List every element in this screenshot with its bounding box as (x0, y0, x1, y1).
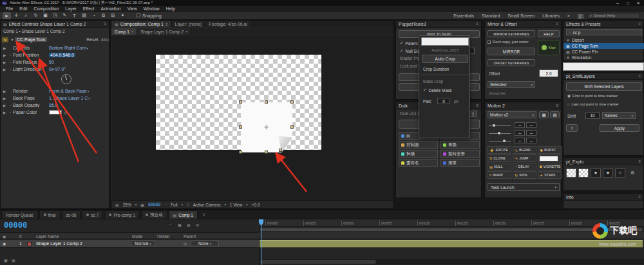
motion-blur-icon[interactable]: ⚙ (196, 223, 199, 227)
layer-row[interactable]: ◉ 1 Shape Layer 1 Comp 2 Normal▾ ◎ None▾ (0, 240, 259, 248)
menu-item-help[interactable]: Help (163, 6, 178, 11)
pickwhip-icon[interactable]: ◎ (184, 241, 187, 246)
explo-star-outline-tile[interactable]: ☆ (615, 169, 625, 178)
dont-copy-checkbox[interactable]: Don't copy, just mirror (488, 40, 529, 44)
fold-corner-handle[interactable] (279, 149, 282, 152)
effect-about-button[interactable]: Abo (101, 37, 109, 42)
panel-menu-icon[interactable]: ≡ (476, 22, 478, 26)
motion2-tab[interactable]: Motion 2 ≡ (485, 102, 561, 109)
light-direction-dial[interactable] (61, 74, 71, 84)
snapshot-icon[interactable]: ◔ (164, 203, 167, 206)
zoom-tool-icon[interactable]: ⌕ (22, 12, 30, 19)
falloff-option-a[interactable]: ─ (515, 138, 525, 143)
hide-shy-icon[interactable]: ▤ (187, 223, 191, 227)
work-area-bar[interactable] (260, 228, 643, 232)
offset-target-dropdown[interactable]: Selected ▾ (488, 81, 535, 88)
apply-button[interactable]: Apply (600, 124, 639, 132)
hand-tool-icon[interactable]: ✛ (12, 12, 21, 19)
explo-thumbnail[interactable] (566, 169, 576, 178)
duik-scan-button[interactable]: 扫描 (399, 150, 438, 158)
presets-group-distort[interactable]: ▼ Distort (564, 37, 644, 43)
tab-precomp-cn[interactable]: 预合成 (141, 210, 167, 219)
brush-tool-icon[interactable]: ▨ (80, 12, 88, 19)
maximize-button[interactable]: □ (624, 1, 632, 5)
mirror-button[interactable]: MIRROR (488, 48, 535, 55)
fold-radius-value[interactable]: 50 (49, 60, 54, 64)
menu-item-layer[interactable]: Layer (62, 6, 80, 11)
motion-tool-vignette[interactable]: ◙VIGNETTE (538, 163, 562, 170)
presets-group-simulation[interactable]: ▼ Simulation (564, 55, 644, 60)
panel-menu-icon[interactable]: ≡ (166, 23, 168, 26)
twirl-icon[interactable]: ▶ (2, 46, 7, 50)
stopwatch-icon[interactable]: ◔ (7, 104, 13, 107)
layer-visibility-toggle[interactable]: ◉ (3, 241, 6, 246)
workspace-small-screen[interactable]: Small Screen (508, 14, 535, 18)
workspace-libraries[interactable]: Libraries (542, 14, 560, 18)
anchor-point-icon[interactable]: ✛ (264, 124, 269, 131)
motion-tool-excite[interactable]: ⚡EXCITE (488, 146, 511, 154)
motion-tool-burst[interactable]: ✺BURST (538, 146, 562, 154)
back-opacity-value[interactable]: 85.0 (49, 103, 58, 107)
pad-input[interactable]: 0 (437, 98, 450, 104)
crop-duration-item[interactable]: Crop Duration (423, 67, 449, 71)
duik-bones-button[interactable]: 骨骼 (440, 141, 480, 149)
effect-controls-tab[interactable]: ▤ Effect Controls Shape Layer 1 Comp 2 ≡ (1, 21, 109, 28)
layer-duration-bar[interactable] (260, 240, 643, 248)
view-layout-select[interactable]: 1 View (230, 203, 242, 207)
tab-final[interactable]: final (39, 210, 61, 219)
motion-version-dropdown[interactable]: Motion v2 ▾ (488, 111, 536, 118)
eyedropper-icon[interactable]: ◎ (64, 110, 67, 114)
shift-unit-dropdown[interactable]: frames ▾ (602, 112, 636, 119)
fold-position-value[interactable]: 404.0,546.0 (49, 53, 75, 57)
comp-mini-flowchart-icon[interactable]: ◔ (169, 223, 171, 226)
controls-dropdown[interactable]: Bottom Right Corn▾ (49, 46, 88, 50)
delete-mask-item[interactable]: ✓ Delete Mask (423, 87, 452, 93)
mask-crop-item[interactable]: Mask Crop (423, 79, 443, 84)
composition-viewport[interactable]: ✛ (112, 35, 393, 201)
expand-layers-icon[interactable]: ▦ (4, 258, 8, 262)
draft-3d-icon[interactable]: ▦ (178, 223, 182, 227)
twirl-icon[interactable]: ▶ (2, 104, 7, 107)
snapping-checkbox[interactable] (137, 14, 140, 17)
falloff-option-b[interactable]: ─ (526, 130, 536, 136)
duik-controllers-button[interactable]: 控制器 (399, 141, 438, 149)
tab-render-queue[interactable]: Render Queue (1, 210, 38, 219)
type-tool-icon[interactable]: T (70, 12, 79, 19)
light-direction-value[interactable]: 0x-97.0° (49, 67, 66, 71)
panel-menu-icon[interactable]: ≡ (638, 160, 641, 163)
shape-tool-icon[interactable]: ⊞ (109, 12, 117, 19)
property-row-fold-position[interactable]: ▶ ◔ Fold Position 404.0,546.0 (2, 51, 109, 59)
motion-tool-blend[interactable]: ∿BLEND (513, 146, 536, 154)
menu-item-view[interactable]: View (124, 6, 140, 11)
explo-thumbnail[interactable] (578, 169, 589, 178)
help-button[interactable]: HELP (538, 30, 560, 37)
camera-select[interactable]: Active Camera (193, 203, 221, 207)
property-row-controls[interactable]: ▶ Controls Bottom Right Corn▾ (2, 44, 109, 51)
stopwatch-icon[interactable]: ◔ (7, 53, 13, 57)
motion-tool-delay[interactable]: ◔DELAY (513, 163, 536, 170)
panel-menu-icon[interactable]: ≡ (638, 195, 641, 199)
duik-rename-button[interactable]: 重命名 (399, 159, 438, 167)
horizontal-scrollbar[interactable] (259, 259, 644, 264)
falloff-option-a[interactable]: ─ (515, 122, 525, 128)
effect-twirl-icon[interactable]: ▼ (10, 38, 15, 42)
paper-color-swatch[interactable] (49, 110, 62, 114)
shift-amount-input[interactable]: 10 (585, 112, 600, 119)
auto-crop-button[interactable]: Auto Crop (422, 55, 468, 63)
selection-handle[interactable] (290, 125, 294, 129)
minimize-button[interactable]: ─ (614, 1, 621, 5)
property-row-fold-radius[interactable]: ▶ ◔ Fold Radius 50 (2, 59, 109, 66)
close-button[interactable]: ✕ (634, 1, 642, 5)
selection-handle[interactable] (290, 100, 294, 104)
tab-sc-7[interactable]: sc 7 (82, 210, 103, 219)
explo-star-tile[interactable]: ★ (603, 169, 613, 178)
option-last-out-point[interactable]: ○ Last out point to time marker (567, 102, 619, 106)
selection-handle[interactable] (239, 100, 242, 104)
effects-presets-tab[interactable]: Effects & Presets ≡ (564, 21, 643, 28)
zoom-level[interactable]: 25% (123, 203, 131, 207)
twirl-icon[interactable]: ▶ (2, 53, 7, 57)
autocrop-name-input[interactable] (421, 37, 469, 46)
viewer-tab-comp1[interactable]: Comp 1× (111, 28, 137, 35)
stopwatch-icon[interactable]: ◔ (7, 68, 13, 71)
selection-handle[interactable] (265, 151, 268, 154)
